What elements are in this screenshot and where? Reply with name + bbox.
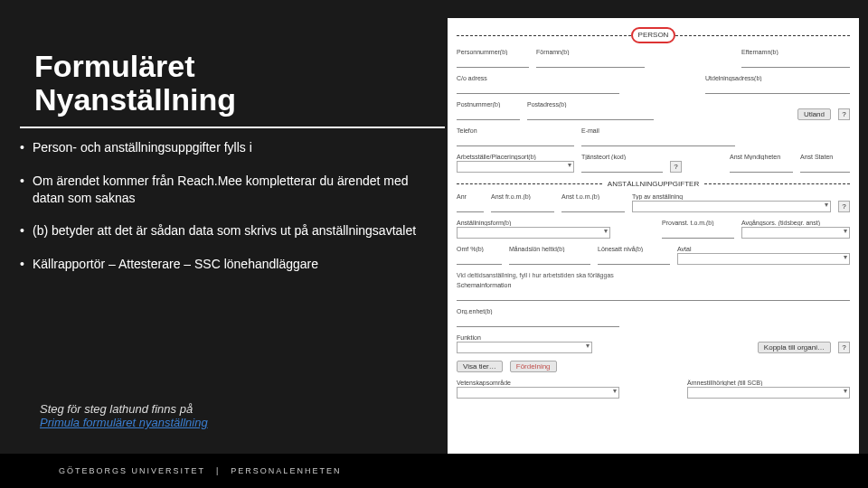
select-avtal[interactable] <box>677 253 850 265</box>
footer-left: GÖTEBORGS UNIVERSITET <box>59 466 205 475</box>
footnote-link[interactable]: Primula formuläret nyanställning <box>40 416 208 429</box>
title-line2: Nyanställning <box>34 82 236 117</box>
label-telefon: Telefon <box>457 127 574 134</box>
bullet-item: Om ärendet kommer från Reach.Mee komplet… <box>20 173 436 207</box>
label-postnr: Postnummer(b) <box>457 101 520 108</box>
label-anstform: Anställningsform(b) <box>457 220 610 226</box>
select-anstform[interactable] <box>457 227 610 239</box>
label-orgenhet: Org.enhet(b) <box>457 308 619 314</box>
input-fornamn[interactable] <box>536 56 645 68</box>
help-typanst[interactable]: ? <box>838 201 850 212</box>
title-divider <box>20 127 445 128</box>
input-orgenhet[interactable] <box>457 315 619 327</box>
bullet-list: Person- och anställningsuppgifter fylls … <box>20 139 448 273</box>
input-ansttom[interactable] <box>561 201 625 212</box>
label-fornamn: Förnamn(b) <box>536 49 645 55</box>
label-ansttom: Anst t.o.m.(b) <box>561 193 625 200</box>
label-efternamn: Efternamn(b) <box>741 49 850 55</box>
label-personnr: Personnummer(b) <box>457 49 529 55</box>
label-typanst: Typ av anställning <box>632 193 831 200</box>
label-lonesatt: Lönesatt nivå(b) <box>598 246 670 252</box>
visatier-button[interactable]: Visa tier… <box>457 361 503 372</box>
utland-button[interactable]: Utland <box>797 108 831 120</box>
input-anr[interactable] <box>457 201 484 212</box>
label-funktion: Funktion <box>457 334 592 341</box>
help-utland[interactable]: ? <box>838 108 850 120</box>
select-arbetsplats[interactable] <box>457 161 574 173</box>
help-tjansteort[interactable]: ? <box>670 161 682 173</box>
footer-right: PERSONALENHETEN <box>231 466 341 475</box>
section-person-label: PERSON <box>631 27 676 43</box>
input-tjansteort[interactable] <box>581 161 663 173</box>
label-anstfrom: Anst fr.o.m.(b) <box>491 193 554 200</box>
label-anststaten: Anst Staten <box>800 154 850 160</box>
select-avgang[interactable] <box>741 227 850 239</box>
label-vetenskap: Vetenskapsområde <box>457 380 619 386</box>
label-anstmynd: Anst Myndigheten <box>730 154 793 160</box>
input-manadslon[interactable] <box>509 253 590 265</box>
input-utdelning[interactable] <box>705 82 850 94</box>
input-lonesatt[interactable] <box>598 253 670 265</box>
input-personnr[interactable] <box>457 56 529 68</box>
select-typanst[interactable] <box>632 201 831 212</box>
bullet-item: Person- och anställningsuppgifter fylls … <box>20 139 436 156</box>
input-schema[interactable] <box>457 289 850 301</box>
label-avtal: Avtal <box>677 246 850 252</box>
input-postadress[interactable] <box>527 108 654 120</box>
label-schema: Schemainformation <box>457 282 850 288</box>
input-provanst[interactable] <box>662 227 734 239</box>
help-koppla[interactable]: ? <box>838 342 850 353</box>
label-anr: Anr <box>457 193 484 200</box>
label-email: E-mail <box>581 127 735 134</box>
title-line1: Formuläret <box>34 49 195 83</box>
input-anstmynd[interactable] <box>730 161 793 173</box>
label-postadress: Postadress(b) <box>527 101 654 108</box>
deltid-note: Vid deltidsanställning, fyll i hur arbet… <box>457 272 850 278</box>
label-utdelning: Utdelningsadress(b) <box>705 75 850 81</box>
slide-title: Formuläret Nyanställning <box>34 50 448 117</box>
input-anststaten[interactable] <box>800 161 850 173</box>
bullet-item: Källrapportör – Attesterare – SSC löneha… <box>20 256 436 273</box>
input-telefon[interactable] <box>457 135 574 146</box>
section-anst-label: ANSTÄLLNINGUPPGIFTER <box>602 180 704 188</box>
section-person-divider: PERSON <box>457 27 850 43</box>
input-anstfrom[interactable] <box>491 201 554 212</box>
label-arbetsplats: Arbetsställe/Placeringsort(b) <box>457 154 574 160</box>
select-funktion[interactable] <box>457 342 592 353</box>
section-anst-divider: ANSTÄLLNINGUPPGIFTER <box>457 180 850 188</box>
koppla-button[interactable]: Koppla till organi… <box>758 342 831 353</box>
input-postnr[interactable] <box>457 108 520 120</box>
footnote: Steg för steg lathund finns på Primula f… <box>40 402 208 429</box>
input-email[interactable] <box>581 135 735 146</box>
input-efternamn[interactable] <box>741 56 850 68</box>
slide-footer: GÖTEBORGS UNIVERSITET | PERSONALENHETEN <box>0 454 868 488</box>
label-coadress: C/o adress <box>457 75 619 81</box>
bullet-item: (b) betyder att det är sådan data som sk… <box>20 222 436 239</box>
label-manadslon: Månadslön heltid(b) <box>509 246 590 252</box>
select-amnes[interactable] <box>687 387 850 399</box>
label-avgang: Avgångsors. (tidsbegr. anst) <box>741 220 850 226</box>
footer-sep: | <box>216 466 220 475</box>
footnote-text: Steg för steg lathund finns på <box>40 402 193 416</box>
fordelning-button[interactable]: Fördelning <box>510 361 557 372</box>
label-omf: Omf %(b) <box>457 246 502 252</box>
form-screenshot: PERSON Personnummer(b) Förnamn(b) Eftern… <box>448 18 859 456</box>
select-vetenskap[interactable] <box>457 387 619 399</box>
label-tjansteort: Tjänsteort (kod) <box>581 154 663 160</box>
input-omf[interactable] <box>457 253 502 265</box>
input-coadress[interactable] <box>457 82 619 94</box>
label-amnes: Ämnestillhörighet (till SCB) <box>687 380 850 386</box>
label-provanst: Provanst. t.o.m.(b) <box>662 220 734 226</box>
